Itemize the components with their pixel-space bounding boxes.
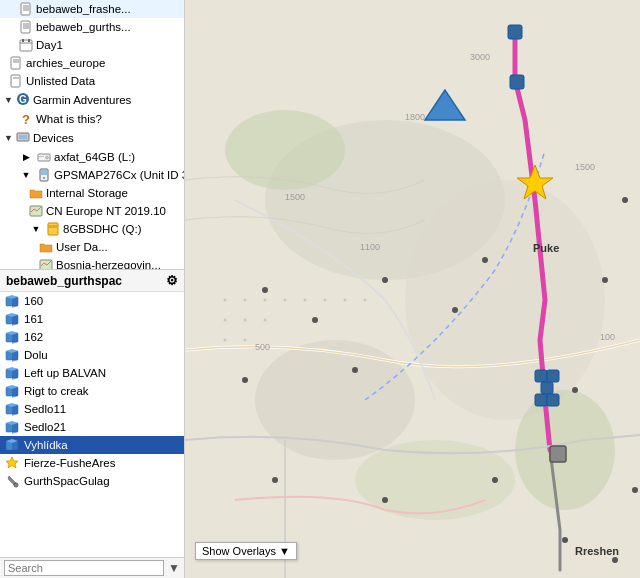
svg-rect-99 [541,382,553,394]
folder-icon [28,185,44,201]
svg-point-112 [264,319,267,322]
svg-rect-8 [20,40,32,51]
tree-label: bebaweb_gurths... [36,21,131,33]
tree-label: CN Europe NT 2019.10 [46,205,166,217]
list-item-left_up_balvan[interactable]: Left up BALVAN [0,364,184,382]
svg-rect-10 [22,39,24,42]
map-svg: 3000 1800 1500 1100 500 1500 100 Puke Rr… [185,0,640,578]
svg-text:1800: 1800 [405,112,425,122]
svg-rect-0 [21,3,30,15]
svg-point-71 [312,317,318,323]
svg-point-111 [244,319,247,322]
svg-point-116 [344,299,347,302]
expand-arrow: ▶ [18,149,34,165]
search-input[interactable] [4,560,164,576]
list-item-rigt_to_creak[interactable]: Rigt to creak [0,382,184,400]
tree-label: What is this? [36,113,102,125]
tree-item-cn-europe[interactable]: CN Europe NT 2019.10 [0,202,184,220]
svg-rect-23 [39,156,44,157]
tree-label: archies_europe [26,57,105,69]
svg-point-105 [224,299,227,302]
map-icon [28,203,44,219]
svg-point-117 [364,299,367,302]
tree-label: 8GBSDHC (Q:) [63,223,142,235]
tree-item-gpsmap[interactable]: ▼ GPSMAP276Cx (Unit ID 3... [0,166,184,184]
svg-point-72 [382,277,388,283]
list-item-label: GurthSpacGulag [24,475,110,487]
svg-rect-25 [41,170,47,175]
list-item-label: Sedlo11 [24,403,66,415]
doc-icon [18,1,34,17]
garmin-adventures-header[interactable]: ▼ G Garmin Adventures [0,90,184,110]
tree-label: Unlisted Data [26,75,95,87]
list-item-sedlo11[interactable]: Sedlo11 [0,400,184,418]
list-item-161[interactable]: 161 [0,310,184,328]
tree-item-bosnia[interactable]: Bosnia-herzegovin... [0,256,184,270]
settings-icon[interactable]: ⚙ [166,273,178,288]
filter-icon[interactable]: ▼ [168,561,180,575]
svg-rect-15 [11,75,20,87]
tree-item-what-is-this[interactable]: ? What is this? [0,110,184,128]
list-item-label: Left up BALVAN [24,367,106,379]
svg-point-82 [242,377,248,383]
tree-item-bebaweb-frashe[interactable]: bebaweb_frashe... [0,0,184,18]
tree-item-internal-storage[interactable]: Internal Storage [0,184,184,202]
svg-rect-20 [19,135,27,139]
list-item-label: 162 [24,331,43,343]
tree-section: bebaweb_frashe... bebaweb_gurths... Day1… [0,0,184,270]
svg-text:1500: 1500 [285,192,305,202]
svg-point-76 [272,477,278,483]
device-icon [36,167,52,183]
tree-label: axfat_64GB (L:) [54,151,135,163]
svg-point-67 [225,110,345,190]
doc-icon [8,73,24,89]
calendar-icon [18,37,34,53]
list-item-label: 160 [24,295,43,307]
svg-text:100: 100 [600,332,615,342]
garmin-label: Garmin Adventures [33,94,131,106]
svg-point-110 [224,319,227,322]
show-overlays-label: Show Overlays [202,545,276,557]
folder-icon [38,239,54,255]
svg-rect-102 [550,446,566,462]
garmin-icon: G [16,92,30,108]
tree-item-bebaweb-gurths[interactable]: bebaweb_gurths... [0,18,184,36]
tree-item-day1[interactable]: Day1 [0,36,184,54]
svg-point-75 [482,257,488,263]
tree-item-8gbsdhc[interactable]: ▼ 8GBSDHC (Q:) [0,220,184,238]
tree-label: Internal Storage [46,187,128,199]
list-item-162[interactable]: 162 [0,328,184,346]
list-header: bebaweb_gurthspac ⚙ [0,270,184,292]
tree-label: Bosnia-herzegovin... [56,259,161,270]
svg-point-115 [324,299,327,302]
list-item-sedlo21[interactable]: Sedlo21 [0,418,184,436]
doc-icon [8,55,24,71]
map-area[interactable]: 3000 1800 1500 1100 500 1500 100 Puke Rr… [185,0,640,578]
tree-item-user-data[interactable]: User Da... [0,238,184,256]
svg-text:Rreshen: Rreshen [575,545,619,557]
question-icon: ? [18,111,34,127]
list-item-dolu[interactable]: Dolu [0,346,184,364]
svg-rect-11 [28,39,30,42]
expand-arrow: ▼ [18,167,34,183]
svg-point-26 [43,177,45,179]
list-item-160[interactable]: 160 [0,292,184,310]
tree-item-unlisted[interactable]: Unlisted Data [0,72,184,90]
list-item-label: 161 [24,313,43,325]
svg-point-107 [264,299,267,302]
collapse-arrow: ▼ [4,133,13,143]
list-item-label: Dolu [24,349,48,361]
show-overlays-button[interactable]: Show Overlays ▼ [195,542,297,560]
tree-item-axfat[interactable]: ▶ axfat_64GB (L:) [0,148,184,166]
svg-text:1100: 1100 [360,242,380,252]
svg-marker-61 [6,457,18,468]
svg-text:500: 500 [255,342,270,352]
svg-rect-28 [48,223,58,235]
list-item-vyHlidka[interactable]: Vyhlídka [0,436,184,454]
list-item-fierze_fusheares[interactable]: Fierze-FusheAres [0,454,184,472]
tree-item-archies[interactable]: archies_europe [0,54,184,72]
svg-point-84 [612,557,618,563]
list-item-gurthspacgulag[interactable]: GurthSpacGulag [0,472,184,490]
devices-section-header[interactable]: ▼ Devices [0,128,184,148]
list-section: bebaweb_gurthspac ⚙ 160 161 162 Dolu [0,270,184,578]
